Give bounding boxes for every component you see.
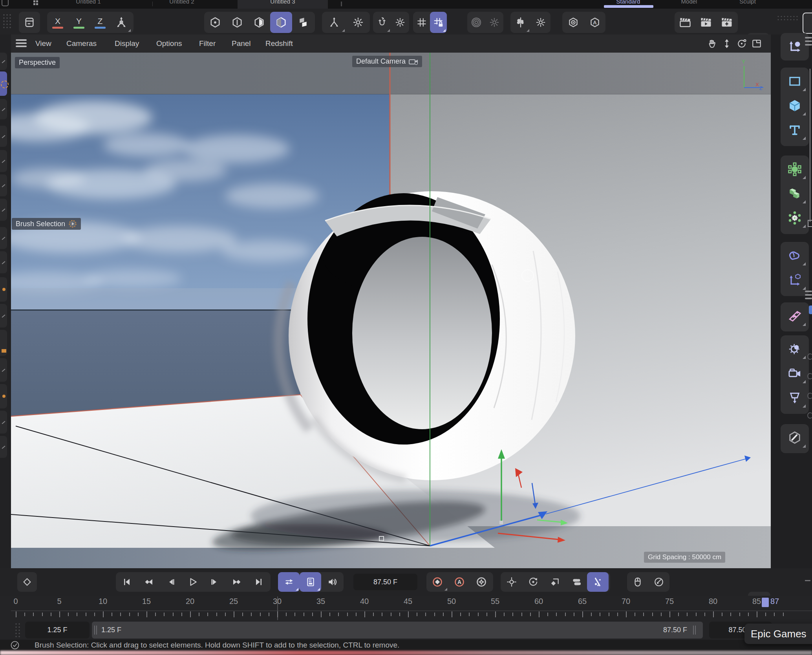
pan-hand-icon[interactable] xyxy=(707,38,717,49)
topology-select-button[interactable] xyxy=(562,12,584,33)
menu-cameras[interactable]: Cameras xyxy=(66,35,97,53)
range-start-field[interactable]: 1.25 F xyxy=(25,622,90,639)
viewport-menu-icon[interactable] xyxy=(16,39,27,48)
layout-tab-sculpt[interactable]: Sculpt xyxy=(731,0,764,5)
preview-range-slider[interactable]: 1.25 F 87.50 F xyxy=(92,622,703,639)
edges-mode-button[interactable] xyxy=(226,12,248,33)
clipped-left-tool[interactable] xyxy=(0,330,7,356)
view-label[interactable]: Perspective xyxy=(15,57,60,68)
clipped-left-tool[interactable] xyxy=(0,99,7,119)
layout-tab-model[interactable]: Model xyxy=(672,0,706,5)
goto-start-button[interactable] xyxy=(116,572,138,592)
toolbar-grip[interactable] xyxy=(2,13,16,31)
clipped-left-tool[interactable] xyxy=(0,304,7,328)
prev-frame-button[interactable] xyxy=(160,572,182,592)
timeline-grip[interactable] xyxy=(14,622,24,639)
clipped-left-tool[interactable] xyxy=(0,199,7,221)
layout-grid-icon[interactable] xyxy=(33,0,39,6)
next-frame-button[interactable] xyxy=(204,572,226,592)
keyframe-diamond-button[interactable] xyxy=(17,572,37,592)
next-key-button[interactable] xyxy=(226,572,248,592)
current-frame-field[interactable]: 87.50 F xyxy=(353,574,417,590)
polygons-mode-button[interactable] xyxy=(248,12,270,33)
lock-workplane-button[interactable] xyxy=(430,12,447,33)
menu-redshift[interactable]: Redshift xyxy=(265,35,293,53)
clipped-left-tool[interactable] xyxy=(0,251,7,273)
notification-epic-games[interactable]: Epic Games xyxy=(744,624,812,644)
x-axis-button[interactable]: X xyxy=(47,12,68,33)
points-mode-button[interactable] xyxy=(204,12,226,33)
clipped-scrollbar[interactable] xyxy=(810,69,810,222)
sidebar-primitive-cube[interactable] xyxy=(782,94,807,117)
keying-settings-button[interactable] xyxy=(470,572,492,592)
tab-untitled-3-active[interactable]: Untitled 3 xyxy=(238,0,328,9)
sidebar-transform-tool[interactable] xyxy=(782,35,807,58)
key-scale-button[interactable] xyxy=(544,572,565,592)
menu-options[interactable]: Options xyxy=(156,35,182,53)
soft-selection-settings-button[interactable] xyxy=(485,12,503,33)
sidebar-cloner[interactable] xyxy=(782,305,807,328)
key-pla-button[interactable] xyxy=(587,572,609,592)
viewport-3d[interactable]: Y X Z Perspective Default Camera Brush S… xyxy=(11,53,771,568)
coordinate-system-button[interactable] xyxy=(111,12,132,33)
sidebar-mograph-axis[interactable] xyxy=(782,269,807,291)
axis-settings-button[interactable] xyxy=(346,12,370,33)
clipped-left-tool[interactable] xyxy=(0,411,7,434)
maximize-view-icon[interactable] xyxy=(752,38,762,49)
clipped-left-tool[interactable] xyxy=(0,150,7,172)
key-rotation-button[interactable] xyxy=(522,572,544,592)
sidebar-stage[interactable] xyxy=(782,386,807,409)
orbit-rotate-icon[interactable] xyxy=(737,38,747,49)
tweak-mode-button[interactable] xyxy=(648,572,669,592)
play-sound-button[interactable] xyxy=(321,572,343,592)
menu-view[interactable]: View xyxy=(35,35,51,53)
goto-end-button[interactable] xyxy=(248,572,270,592)
sidebar-volume-blob[interactable] xyxy=(782,244,807,267)
clipped-toolbar-button[interactable] xyxy=(803,13,812,34)
clipped-left-tool[interactable] xyxy=(0,174,7,196)
play-button[interactable] xyxy=(182,572,204,592)
render-settings-button[interactable] xyxy=(716,12,737,33)
autokey-button[interactable]: A xyxy=(448,572,470,592)
sidebar-camera[interactable] xyxy=(782,362,807,385)
menu-panel[interactable]: Panel xyxy=(232,35,251,53)
clipped-left-tool[interactable] xyxy=(0,53,7,70)
workplane-button[interactable] xyxy=(413,12,430,33)
dolly-zoom-icon[interactable] xyxy=(722,38,732,49)
clipped-left-tool[interactable] xyxy=(0,277,7,302)
clipped-left-tool[interactable] xyxy=(0,227,7,249)
key-parameters-button[interactable] xyxy=(565,572,587,592)
sidebar-material-editor[interactable] xyxy=(782,426,807,449)
sidebar-volume-cubes[interactable] xyxy=(782,182,807,205)
clipped-menu-icon-2[interactable] xyxy=(805,291,812,302)
enable-axis-button[interactable] xyxy=(322,12,346,33)
tab-untitled-1[interactable]: Untitled 1 xyxy=(63,0,114,5)
active-tool-label[interactable]: Brush Selection xyxy=(12,218,81,230)
menu-filter[interactable]: Filter xyxy=(199,35,216,53)
render-picture-viewer-button[interactable] xyxy=(695,12,716,33)
clipped-left-tool[interactable] xyxy=(0,71,7,96)
clipped-left-tool[interactable] xyxy=(0,358,7,382)
asset-box-button[interactable] xyxy=(19,12,40,33)
render-view-button[interactable] xyxy=(675,12,695,33)
layout-tab-standard[interactable]: Standard xyxy=(605,0,652,5)
key-position-button[interactable] xyxy=(501,572,522,592)
mouse-playback-button[interactable] xyxy=(627,572,648,592)
toolbar-grip-right[interactable] xyxy=(777,15,800,27)
clipped-left-tool[interactable] xyxy=(0,436,7,458)
snap-settings-button[interactable] xyxy=(391,12,409,33)
sidebar-text-object[interactable] xyxy=(782,119,807,141)
loop-playback-button[interactable] xyxy=(278,572,300,592)
camera-label[interactable]: Default Camera xyxy=(352,56,422,67)
frame-ruler[interactable]: 87 0510152025303540455055606570758085 xyxy=(0,596,812,620)
y-axis-button[interactable]: Y xyxy=(68,12,90,33)
sidebar-spline-rectangle[interactable] xyxy=(782,70,807,93)
menu-display[interactable]: Display xyxy=(115,35,139,53)
auto-select-button[interactable]: A xyxy=(584,12,605,33)
model-mode-button[interactable] xyxy=(270,12,292,33)
sidebar-light[interactable] xyxy=(782,338,807,360)
clipped-left-tool[interactable] xyxy=(0,126,7,147)
snap-button[interactable] xyxy=(373,12,391,33)
tab-untitled-2[interactable]: Untitled 2 xyxy=(156,0,207,5)
play-images-button[interactable] xyxy=(300,572,321,592)
